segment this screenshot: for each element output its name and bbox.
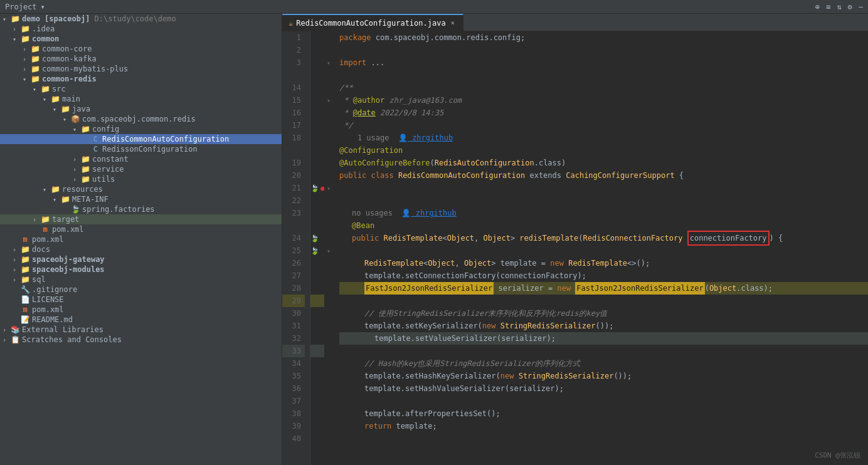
tree-item-modules[interactable]: › 📁 spaceobj-modules	[0, 264, 282, 274]
dropdown-arrow[interactable]: ▾	[41, 3, 45, 11]
project-label: Project	[5, 3, 37, 11]
tree-item-src[interactable]: ▾ 📁 src	[0, 84, 282, 94]
code-line-34	[339, 345, 868, 357]
ln-38: 38	[282, 407, 305, 420]
tree-label-common-kafka: common-kafka	[42, 55, 282, 63]
ln-21: 21	[282, 182, 305, 194]
folder-icon-demo: 📁	[10, 14, 20, 23]
tree-item-redisson[interactable]: C RedissonConfiguration	[0, 144, 282, 154]
folder-icon-config: 📁	[80, 125, 90, 133]
tree-item-meta-inf[interactable]: ▾ 📁 META-INF	[0, 194, 282, 204]
license-icon: 📄	[20, 295, 30, 304]
tree-item-pom-main[interactable]: m pom.xml	[0, 305, 282, 315]
tree-item-ext-libs[interactable]: › 📚 External Libraries	[0, 325, 282, 335]
tree-item-redis-auto[interactable]: C RedisCommonAutoConfiguration	[0, 134, 282, 144]
tree-item-java[interactable]: ▾ 📁 java	[0, 104, 282, 114]
code-line-no-usages: no usages 👤 zhrgithub	[339, 207, 868, 219]
tree-item-constant[interactable]: › 📁 constant	[0, 154, 282, 164]
tree-item-resources[interactable]: ▾ 📁 resources	[0, 184, 282, 194]
tree-item-scratches[interactable]: › 📋 Scratches and Consoles	[0, 335, 282, 345]
tree-label-common: common	[32, 34, 282, 43]
tree-item-idea[interactable]: › 📁 .idea	[0, 24, 282, 34]
sort-icon[interactable]: ⇅	[837, 3, 841, 11]
tree-item-main[interactable]: ▾ 📁 main	[0, 94, 282, 104]
settings-icon[interactable]: ⚙	[848, 3, 852, 11]
title-bar-icons: ⊕ ≡ ⇅ ⚙ −	[815, 3, 863, 11]
tree-label-redisson: RedissonConfiguration	[102, 145, 282, 154]
tree-item-readme[interactable]: 📝 README.md	[0, 315, 282, 325]
code-line-31: // 使用StringRedisSerializer来序列化和反序列化redis…	[339, 307, 868, 320]
tree-item-pom-redis[interactable]: m pom.xml	[0, 224, 282, 234]
tree-item-common[interactable]: ▾ 📁 common	[0, 34, 282, 44]
arrow-service: ›	[73, 166, 80, 173]
tree-item-service[interactable]: › 📁 service	[0, 164, 282, 174]
code-line-32: template.setKeySerializer(new StringRedi…	[339, 320, 868, 332]
folder-icon-java: 📁	[60, 105, 70, 113]
tree-item-pkg[interactable]: ▾ 📦 com.spaceobj.common.redis	[0, 114, 282, 124]
code-line-39: template.afterPropertiesSet();	[339, 407, 868, 420]
bean-green-25: 🍃	[310, 247, 319, 255]
fold-usage1	[324, 144, 333, 157]
code-line-usage1: 1 usage 👤 zhrgithub	[339, 132, 868, 144]
ln-19: 19	[282, 157, 305, 169]
title-bar: Project ▾ ⊕ ≡ ⇅ ⚙ −	[0, 0, 868, 14]
gutter-30	[310, 307, 324, 320]
ln-28: 28	[282, 282, 305, 295]
tab-java-icon: ☕	[288, 19, 293, 28]
arrow-constant: ›	[73, 156, 80, 163]
tree-item-utils[interactable]: › 📁 utils	[0, 174, 282, 184]
code-line-29: FastJson2JsonRedisSerializer serializer …	[339, 282, 868, 295]
fold-25[interactable]: ▾	[324, 244, 333, 257]
code-scroll-area[interactable]: 1 2 3 . 14 15 16 17 18 . 19 20 21 22 23 …	[282, 31, 868, 465]
code-line-27: RedisTemplate<Object, Object> template =…	[339, 257, 868, 269]
code-text-area[interactable]: package com.spaceobj.common.redis.config…	[333, 31, 868, 465]
fold-21[interactable]: ▾	[324, 182, 333, 194]
fold-3[interactable]: ▾	[324, 56, 333, 69]
fold-24	[324, 232, 333, 244]
ln-1: 1	[282, 31, 305, 44]
folder-icon-utils: 📁	[80, 175, 90, 184]
folder-icon-main: 📁	[50, 95, 60, 103]
tree-label-src: src	[52, 85, 282, 93]
tree-item-common-mybatis[interactable]: › 📁 common-mybatis-plus	[0, 64, 282, 74]
tree-item-common-kafka[interactable]: › 📁 common-kafka	[0, 54, 282, 64]
arrow-main: ▾	[43, 96, 50, 103]
add-icon[interactable]: ⊕	[815, 3, 820, 11]
tree-item-spring-factories[interactable]: 🍃 spring.factories	[0, 204, 282, 214]
tree-label-pom-redis: pom.xml	[52, 225, 282, 234]
class-icon-redisson: C	[90, 145, 100, 154]
tree-label-target: target	[52, 215, 282, 224]
tree-item-config[interactable]: ▾ 📁 config	[0, 124, 282, 134]
code-line-19: @Configuration	[339, 144, 868, 157]
tree-label-common-redis: common-redis	[42, 75, 282, 83]
minimize-icon[interactable]: −	[859, 3, 863, 11]
tree-item-gitignore[interactable]: 🔧 .gitignore	[0, 285, 282, 295]
folder-icon-pkg: 📦	[70, 115, 80, 123]
tab-close-button[interactable]: ×	[449, 19, 457, 27]
fold-1	[324, 31, 333, 44]
code-line-26	[339, 244, 868, 257]
editor-tab-active[interactable]: ☕ RedisCommonAutoConfiguration.java ×	[282, 14, 463, 31]
tree-item-common-core[interactable]: › 📁 common-core	[0, 44, 282, 54]
code-line-21: public class RedisCommonAutoConfiguratio…	[339, 169, 868, 182]
tree-item-demo[interactable]: ▾ 📁 demo [spaceobj] D:\study\code\demo	[0, 14, 282, 24]
gutter-18	[310, 132, 324, 144]
gutter-38	[310, 407, 324, 420]
tree-item-sql[interactable]: › 📁 sql	[0, 274, 282, 285]
tree-item-docs[interactable]: › 📁 docs	[0, 244, 282, 254]
ln-3: 3	[282, 56, 305, 69]
tree-label-service: service	[92, 165, 282, 174]
code-line-18: */	[339, 119, 868, 132]
gutter-23	[310, 207, 324, 219]
list-icon[interactable]: ≡	[826, 3, 830, 11]
tree-item-target[interactable]: › 📁 target	[0, 214, 282, 224]
tree-item-common-redis[interactable]: ▾ 📁 common-redis	[0, 74, 282, 84]
fold-15[interactable]: ▾	[324, 94, 333, 107]
tree-item-license[interactable]: 📄 LICENSE	[0, 295, 282, 305]
code-line-33: template.setValueSerializer(serializer);	[339, 332, 868, 345]
ln-29: 29	[282, 295, 305, 307]
tree-item-gateway[interactable]: › 📁 spaceobj-gateway	[0, 254, 282, 264]
code-editor: 1 2 3 . 14 15 16 17 18 . 19 20 21 22 23 …	[282, 31, 868, 465]
folder-icon-docs: 📁	[20, 245, 30, 254]
tree-item-pom-root[interactable]: m pom.xml	[0, 234, 282, 244]
